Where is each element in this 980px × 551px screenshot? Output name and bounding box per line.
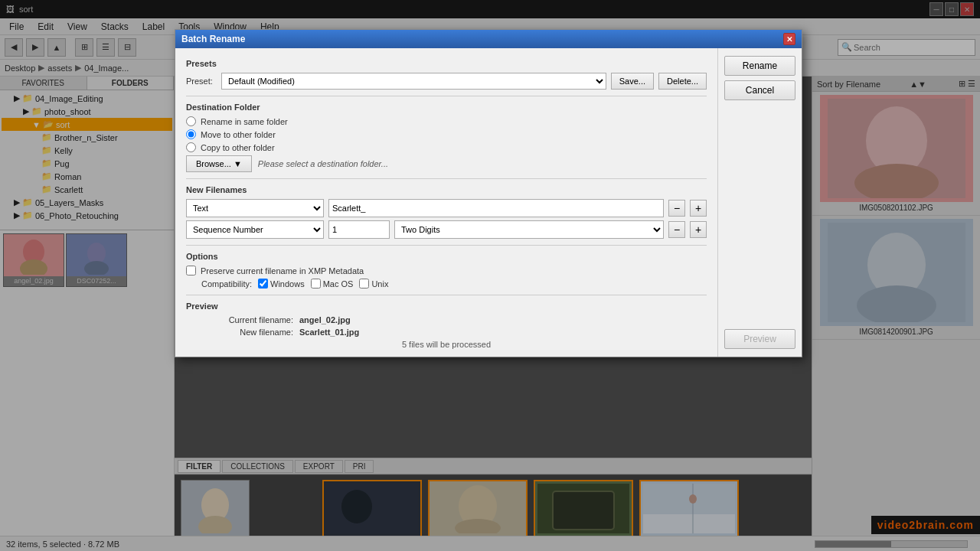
destination-section: Destination Folder Rename in same folder… — [186, 103, 707, 172]
filename-row-1: Text − + — [186, 199, 707, 217]
dialog-title: Batch Rename — [181, 34, 245, 44]
browse-btn-label: Browse... — [196, 159, 231, 168]
destination-label: Destination Folder — [186, 103, 707, 112]
options-label: Options — [186, 252, 707, 261]
filename-type-select-2[interactable]: Sequence Number — [186, 220, 324, 239]
preview-section: Preview Current filename: angel_02.jpg N… — [186, 302, 707, 349]
filename-minus-btn-2[interactable]: − — [668, 221, 685, 238]
compat-unix-checkbox[interactable] — [359, 279, 369, 289]
radio-copy-label[interactable]: Copy to other folder — [201, 143, 275, 152]
preset-delete-btn[interactable]: Delete... — [658, 73, 707, 90]
filename-row-2: Sequence Number Two Digits − + — [186, 220, 707, 239]
dialog-close-btn[interactable]: ✕ — [783, 33, 795, 45]
compat-macos-label[interactable]: Mac OS — [323, 279, 354, 289]
dialog-body: Presets Preset: Default (Modified) Save.… — [175, 48, 802, 357]
preview-btn[interactable]: Preview — [724, 329, 795, 349]
new-filename-value: Scarlett_01.jpg — [299, 328, 707, 337]
dialog-actions: Rename Cancel Preview — [717, 48, 802, 357]
compat-macos-checkbox[interactable] — [311, 279, 321, 289]
options-section: Options Preserve current filename in XMP… — [186, 252, 707, 289]
browse-hint: Please select a destination folder... — [258, 159, 388, 168]
current-filename-value: angel_02.jpg — [299, 315, 707, 324]
preview-grid: Current filename: angel_02.jpg New filen… — [186, 315, 707, 337]
new-filename-label: New filename: — [186, 328, 293, 337]
rename-btn[interactable]: Rename — [724, 56, 795, 76]
compat-windows-label[interactable]: Windows — [270, 279, 305, 289]
preview-section-label: Preview — [186, 302, 707, 311]
compat-windows: Windows — [258, 279, 305, 289]
dialog-overlay: Batch Rename ✕ Presets Preset: Default (… — [0, 0, 980, 551]
files-processed-note: 5 files will be processed — [186, 340, 707, 349]
radio-move-label[interactable]: Move to other folder — [201, 130, 276, 139]
compat-unix: Unix — [359, 279, 388, 289]
sequence-number-input[interactable] — [328, 220, 390, 239]
browse-dropdown-icon: ▼ — [234, 159, 242, 168]
preset-label: Preset: — [186, 77, 217, 86]
preserve-xmp-row: Preserve current filename in XMP Metadat… — [186, 266, 707, 276]
filename-plus-btn-1[interactable]: + — [690, 200, 707, 217]
radio-move: Move to other folder — [186, 129, 707, 139]
compat-unix-label[interactable]: Unix — [371, 279, 388, 289]
compat-label: Compatibility: — [201, 279, 252, 289]
radio-same-label[interactable]: Rename in same folder — [201, 117, 288, 126]
preserve-xmp-label[interactable]: Preserve current filename in XMP Metadat… — [201, 266, 364, 276]
preset-save-btn[interactable]: Save... — [611, 73, 654, 90]
filename-text-input[interactable] — [328, 199, 664, 217]
batch-rename-dialog: Batch Rename ✕ Presets Preset: Default (… — [175, 29, 802, 357]
cancel-btn[interactable]: Cancel — [724, 80, 795, 100]
sequence-format-select[interactable]: Two Digits — [394, 220, 664, 239]
preset-row: Preset: Default (Modified) Save... Delet… — [186, 73, 707, 90]
preset-select[interactable]: Default (Modified) — [221, 73, 606, 90]
filename-minus-btn-1[interactable]: − — [668, 200, 685, 217]
dialog-title-bar: Batch Rename ✕ — [175, 30, 802, 48]
compat-macos: Mac OS — [311, 279, 354, 289]
compat-windows-checkbox[interactable] — [258, 279, 268, 289]
browse-btn[interactable]: Browse... ▼ — [186, 155, 252, 172]
browse-row: Browse... ▼ Please select a destination … — [186, 155, 707, 172]
preserve-xmp-checkbox[interactable] — [186, 266, 196, 276]
new-filenames-label: New Filenames — [186, 185, 707, 194]
filename-type-select-1[interactable]: Text — [186, 199, 324, 217]
compatibility-row: Compatibility: Windows Mac OS Unix — [186, 279, 707, 289]
filename-plus-btn-2[interactable]: + — [690, 221, 707, 238]
radio-same: Rename in same folder — [186, 116, 707, 126]
presets-section-label: Presets — [186, 59, 707, 68]
radio-copy: Copy to other folder — [186, 142, 707, 152]
radio-move-input[interactable] — [186, 129, 196, 139]
current-filename-label: Current filename: — [186, 315, 293, 324]
dialog-main: Presets Preset: Default (Modified) Save.… — [175, 48, 717, 357]
new-filenames-section: New Filenames Text − + Sequence Number — [186, 185, 707, 239]
radio-same-input[interactable] — [186, 116, 196, 126]
radio-copy-input[interactable] — [186, 142, 196, 152]
